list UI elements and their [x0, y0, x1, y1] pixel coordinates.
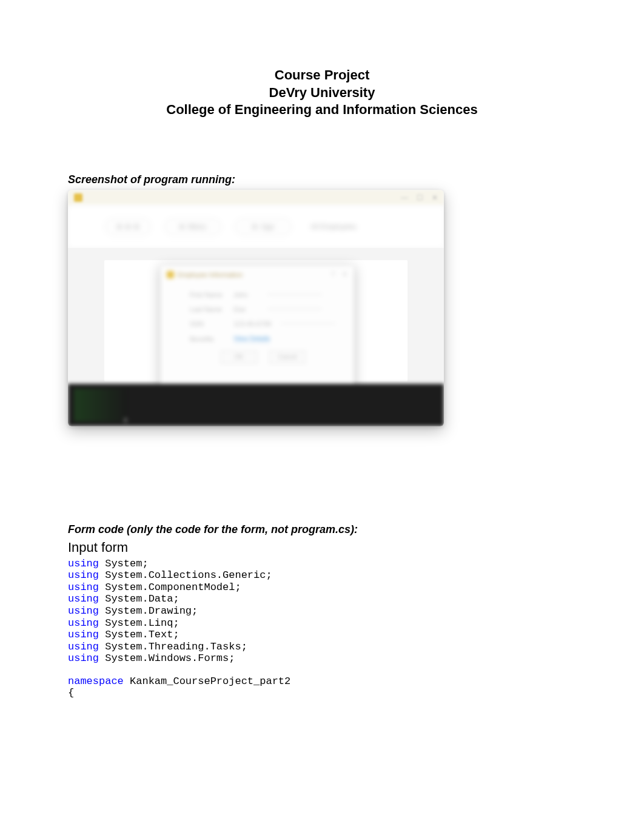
modal-icon	[167, 271, 174, 278]
keyword-using: using	[68, 652, 99, 664]
window-titlebar: — ☐ ✕	[68, 190, 444, 206]
dot-icon	[117, 224, 122, 229]
keyword-using: using	[68, 593, 99, 605]
modal-titlebar: Employee Information ? ✕	[161, 266, 354, 284]
header-line-3: College of Engineering and Information S…	[68, 101, 576, 119]
keyword-using: using	[68, 582, 99, 593]
code-text: System.Collections.Generic;	[99, 569, 272, 581]
keyword-using: using	[68, 605, 99, 617]
toolbar-button-1[interactable]	[104, 218, 152, 236]
code-text: System.Threading.Tasks;	[99, 641, 247, 652]
modal-title-text: Employee Information	[178, 271, 243, 278]
app-icon	[74, 193, 82, 202]
code-brace: {	[68, 687, 74, 699]
code-line: using System.Threading.Tasks;	[68, 641, 576, 653]
field-label: Last Name	[190, 306, 224, 313]
field-underline	[267, 309, 322, 309]
taskbar-thumbnail	[74, 389, 129, 421]
code-line: using System.Windows.Forms;	[68, 652, 576, 665]
dot-icon	[126, 224, 130, 229]
code-line: using System.Collections.Generic;	[68, 569, 576, 582]
modal-button-row: OK Cancel	[190, 350, 337, 364]
keyword-using: using	[68, 558, 99, 569]
field-label: Benefits	[190, 335, 224, 343]
code-text: System.Linq;	[99, 617, 179, 629]
toolbar-button-2-label: Menu	[188, 223, 206, 231]
toolbar-button-3-label: App	[261, 223, 273, 231]
dot-icon	[179, 224, 184, 229]
toolbar-button-4[interactable]: All Employees	[304, 223, 363, 231]
code-text: System.Windows.Forms;	[99, 652, 235, 664]
code-text: System.ComponentModel;	[99, 582, 241, 593]
modal-help-icon[interactable]: ?	[331, 270, 335, 278]
window-controls: — ☐ ✕	[401, 193, 438, 202]
toolbar-button-3[interactable]: App	[234, 218, 292, 236]
code-line: using System;	[68, 558, 576, 570]
keyword-using: using	[68, 569, 99, 581]
blank-line	[68, 665, 576, 676]
modal-cancel-button[interactable]: Cancel	[269, 350, 306, 364]
field-label: SSN	[190, 320, 224, 327]
keyword-namespace: namespace	[68, 676, 124, 687]
close-icon[interactable]: ✕	[432, 193, 438, 202]
code-text: Kankam_CourseProject_part2	[124, 676, 290, 687]
header-line-2: DeVry University	[68, 84, 576, 102]
code-line: using System.Drawing;	[68, 605, 576, 617]
document-header: Course Project DeVry University College …	[68, 67, 576, 119]
toolbar-button-4-label: All Employees	[310, 223, 357, 231]
field-value: John	[233, 291, 258, 298]
code-line: {	[68, 687, 576, 699]
code-line: namespace Kankam_CourseProject_part2	[68, 676, 576, 688]
toolbar-button-2[interactable]: Menu	[164, 218, 222, 236]
form-row: Last Name Doe	[190, 306, 337, 313]
modal-window-controls: ? ✕	[331, 270, 347, 278]
dot-icon	[252, 224, 257, 229]
field-value: 123-45-6789	[233, 320, 271, 327]
screenshot-section-label: Screenshot of program running:	[68, 173, 576, 186]
form-row: SSN 123-45-6789	[190, 320, 337, 327]
code-line: using System.Data;	[68, 593, 576, 605]
field-link[interactable]: View Details	[233, 335, 270, 343]
code-text: System.Text;	[99, 629, 179, 640]
keyword-using: using	[68, 617, 99, 629]
taskbar-strip: 0	[68, 384, 444, 426]
form-code-section-label: Form code (only the code for the form, n…	[68, 523, 576, 536]
form-subheader: Input form	[68, 540, 576, 555]
code-text: System.Drawing;	[99, 605, 198, 617]
window-title-text	[86, 194, 88, 201]
field-label: First Name	[190, 291, 224, 298]
modal-body: First Name John Last Name Doe SSN 123-45…	[161, 284, 354, 364]
keyword-using: using	[68, 629, 99, 640]
header-line-1: Course Project	[68, 67, 576, 84]
form-row: First Name John	[190, 291, 337, 298]
code-line: using System.Text;	[68, 629, 576, 641]
minimize-icon[interactable]: —	[401, 193, 408, 202]
embedded-screenshot: — ☐ ✕ Menu App All Employees	[68, 190, 444, 426]
code-block: using System;using System.Collections.Ge…	[68, 558, 576, 699]
app-toolbar: Menu App All Employees	[68, 206, 444, 248]
code-text: System.Data;	[99, 593, 179, 605]
taskbar-text: 0	[124, 417, 127, 424]
dot-icon	[134, 224, 139, 229]
field-underline	[267, 294, 322, 295]
form-row: Benefits View Details	[190, 335, 337, 343]
modal-close-icon[interactable]: ✕	[342, 270, 347, 278]
maximize-icon[interactable]: ☐	[417, 193, 423, 202]
keyword-using: using	[68, 641, 99, 652]
modal-ok-button[interactable]: OK	[221, 350, 257, 364]
code-line: using System.Linq;	[68, 617, 576, 629]
field-underline	[281, 323, 335, 324]
code-text: System;	[99, 558, 149, 569]
code-line: using System.ComponentModel;	[68, 582, 576, 594]
field-value: Doe	[233, 306, 258, 313]
